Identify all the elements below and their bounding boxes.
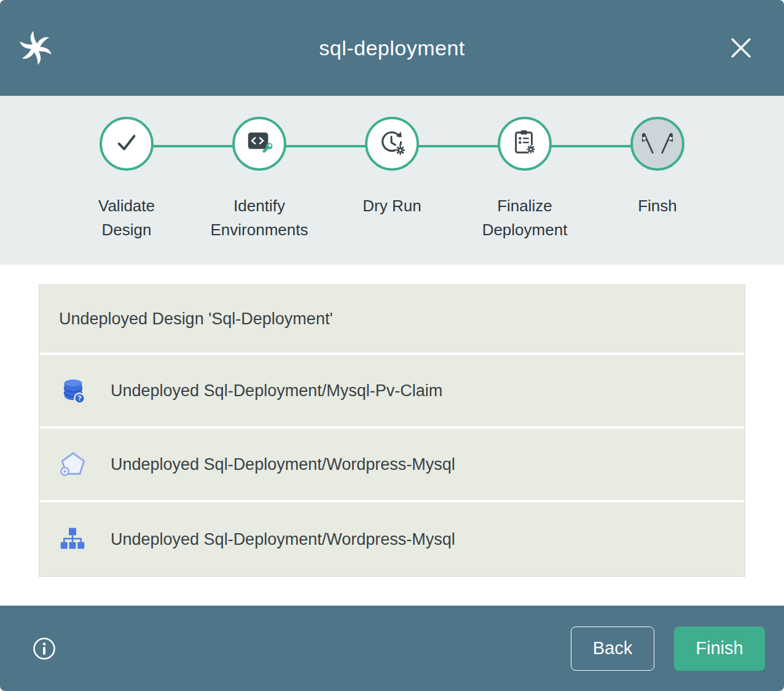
step-circle [498, 117, 552, 171]
step-circle [630, 117, 684, 171]
check-icon [112, 128, 141, 159]
list-item: Undeployed Sql-Deployment/Wordpress-Mysq… [39, 502, 745, 576]
execution-log: Undeployed Design 'Sql-Deployment' ? Und… [0, 265, 784, 606]
modal-title: sql-deployment [0, 36, 784, 60]
checkered-flags-icon [642, 127, 673, 160]
list-item-text: Undeployed Sql-Deployment/Wordpress-Mysq… [111, 455, 455, 474]
task-list: Undeployed Design 'Sql-Deployment' ? Und… [39, 284, 745, 577]
step-label: Identify Environments [209, 194, 310, 242]
close-icon[interactable] [725, 32, 757, 64]
database-badge-text: ? [77, 394, 82, 402]
clipboard-gear-icon [511, 128, 539, 159]
rerun-clock-gear-icon [377, 128, 407, 160]
wizard-stepper: Validate Design [0, 96, 784, 265]
topology-icon [59, 525, 87, 553]
list-item-text: Undeployed Design 'Sql-Deployment' [59, 310, 333, 329]
step-finalize-deployment[interactable]: Finalize Deployment [458, 117, 591, 242]
step-validate-design[interactable]: Validate Design [60, 117, 193, 242]
list-item: Undeployed Design 'Sql-Deployment' [39, 285, 745, 355]
database-icon: ? [59, 377, 87, 405]
footer-actions: Back Finish [571, 627, 765, 671]
list-item: ? Undeployed Sql-Deployment/Mysql-Pv-Cla… [39, 355, 745, 429]
finish-button[interactable]: Finish [674, 627, 765, 671]
back-button[interactable]: Back [571, 627, 654, 671]
step-circle [100, 117, 154, 171]
code-wrench-icon [245, 128, 273, 159]
step-label: Finsh [638, 194, 677, 218]
step-label: Validate Design [76, 194, 177, 242]
step-finish[interactable]: Finsh [591, 117, 724, 242]
list-item-text: Undeployed Sql-Deployment/Mysql-Pv-Claim [111, 381, 442, 400]
modal-footer: Back Finish [0, 606, 784, 691]
deployment-wizard-modal: sql-deployment Validate [0, 0, 784, 691]
step-label: Finalize Deployment [474, 194, 575, 242]
step-identify-environments[interactable]: Identify Environments [193, 117, 326, 242]
step-dry-run[interactable]: Dry Run [326, 117, 458, 242]
list-item: Undeployed Sql-Deployment/Wordpress-Mysq… [39, 429, 745, 502]
step-circle [232, 117, 286, 171]
step-circle [365, 117, 419, 171]
list-item-text: Undeployed Sql-Deployment/Wordpress-Mysq… [111, 530, 455, 549]
modal-header: sql-deployment [0, 0, 784, 96]
info-icon[interactable] [29, 634, 59, 663]
spiral-logo-icon [18, 31, 53, 65]
step-label: Dry Run [363, 194, 421, 218]
pod-icon [59, 450, 87, 478]
